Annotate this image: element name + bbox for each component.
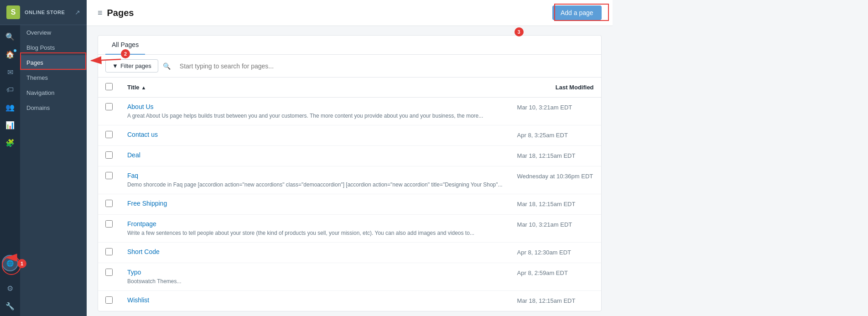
row-checkbox-cell xyxy=(98,194,120,215)
row-checkbox[interactable] xyxy=(105,269,113,276)
content-area: All Pages ▼ Filter pages 🔍 xyxy=(87,26,613,316)
table-header-row: Title ▲ Last Modified xyxy=(98,78,601,98)
sidebar-icon-home[interactable]: 🏠 xyxy=(0,47,20,62)
last-modified-date: Apr 8, 2:59am EDT xyxy=(517,269,568,276)
row-date-cell: Mar 10, 3:21am EDT xyxy=(510,98,601,125)
page-title-link[interactable]: Frontpage xyxy=(127,220,503,228)
sidebar-item-pages[interactable]: Pages xyxy=(20,55,87,70)
sidebar-header: S ONLINE STORE ↗ xyxy=(0,0,87,25)
filter-icon: ▼ xyxy=(112,62,118,69)
filter-search-row: ▼ Filter pages 🔍 xyxy=(98,55,601,78)
sidebar-item-overview[interactable]: Overview xyxy=(20,25,87,40)
row-checkbox[interactable] xyxy=(105,103,113,110)
search-icon: 🔍 xyxy=(163,62,171,70)
last-modified-date: Mar 10, 3:21am EDT xyxy=(517,104,572,111)
sidebar-item-blog-posts[interactable]: Blog Posts xyxy=(20,40,87,55)
row-checkbox[interactable] xyxy=(105,151,113,159)
sidebar-icon-settings[interactable]: ⚙ xyxy=(0,280,20,296)
sidebar-icon-chart[interactable]: 📊 xyxy=(0,117,20,133)
page-title-link[interactable]: Free Shipping xyxy=(127,200,503,207)
row-date-cell: Mar 18, 12:15am EDT xyxy=(510,194,601,215)
th-last-modified[interactable]: Last Modified xyxy=(510,78,601,98)
pages-table: Title ▲ Last Modified About Us A great A… xyxy=(98,78,601,311)
add-page-button[interactable]: Add a page xyxy=(552,5,602,20)
row-checkbox[interactable] xyxy=(105,248,113,255)
sidebar-icon-mail[interactable]: ✉ xyxy=(0,64,20,80)
page-title-link[interactable]: Typo xyxy=(127,269,503,276)
row-date-cell: Mar 18, 12:15am EDT xyxy=(510,146,601,166)
table-row: Contact us Apr 8, 3:25am EDT xyxy=(98,125,601,146)
row-date-cell: Apr 8, 3:25am EDT xyxy=(510,125,601,146)
row-checkbox[interactable] xyxy=(105,296,113,304)
table-row: Deal Mar 18, 12:15am EDT xyxy=(98,146,601,166)
row-checkbox-cell xyxy=(98,166,120,194)
page-title-link[interactable]: Wishlist xyxy=(127,296,503,304)
page-description: Demo shorcode in Faq page [accordion act… xyxy=(127,181,503,188)
page-title-link[interactable]: Short Code xyxy=(127,248,503,255)
sidebar-item-themes[interactable]: Themes xyxy=(20,70,87,85)
page-title-link[interactable]: Faq xyxy=(127,172,503,179)
row-title-cell: Frontpage Write a few sentences to tell … xyxy=(120,215,510,243)
last-modified-date: Wednesday at 10:36pm EDT xyxy=(517,173,593,180)
sidebar-icon-puzzle[interactable]: 🧩 xyxy=(0,135,20,151)
row-date-cell: Wednesday at 10:36pm EDT xyxy=(510,166,601,194)
row-title-cell: About Us A great About Us page helps bui… xyxy=(120,98,510,125)
last-modified-date: Apr 8, 12:30am EDT xyxy=(517,249,572,256)
row-checkbox-cell xyxy=(98,291,120,311)
page-description: A great About Us page helps builds trust… xyxy=(127,113,483,119)
row-title-cell: Free Shipping xyxy=(120,194,510,215)
sidebar-icon-search[interactable]: 🔍 xyxy=(0,29,20,45)
table-row: Frontpage Write a few sentences to tell … xyxy=(98,215,601,243)
sidebar: S ONLINE STORE ↗ 🔍 🏠 ✉ 🏷 xyxy=(0,0,87,316)
annotation-badge-3: 3 xyxy=(515,27,524,36)
row-date-cell: Mar 10, 3:21am EDT xyxy=(510,215,601,243)
th-title[interactable]: Title ▲ xyxy=(120,78,510,98)
sidebar-circle-button[interactable]: 🌐 xyxy=(2,255,18,271)
row-date-cell: Mar 18, 12:15am EDT xyxy=(510,291,601,311)
row-title-cell: Contact us xyxy=(120,125,510,146)
pages-icon: ≡ xyxy=(98,8,103,18)
table-row: About Us A great About Us page helps bui… xyxy=(98,98,601,125)
page-title-link[interactable]: About Us xyxy=(127,103,503,110)
sidebar-item-navigation[interactable]: Navigation xyxy=(20,85,87,100)
annotation-badge-2: 2 xyxy=(121,49,130,58)
pages-card: All Pages ▼ Filter pages 🔍 xyxy=(98,35,602,311)
table-row: Wishlist Mar 18, 12:15am EDT xyxy=(98,291,601,311)
row-checkbox[interactable] xyxy=(105,172,113,179)
row-checkbox-cell xyxy=(98,146,120,166)
row-checkbox[interactable] xyxy=(105,200,113,207)
page-title: Pages xyxy=(107,8,134,18)
page-description: Bootswatch Themes... xyxy=(127,278,182,285)
row-title-cell: Typo Bootswatch Themes... xyxy=(120,263,510,291)
external-link-icon[interactable]: ↗ xyxy=(75,9,80,16)
page-title-area: ≡ Pages xyxy=(98,8,134,18)
row-checkbox-cell xyxy=(98,215,120,243)
table-row: Typo Bootswatch Themes... Apr 8, 2:59am … xyxy=(98,263,601,291)
select-all-checkbox[interactable] xyxy=(105,83,113,90)
row-date-cell: Apr 8, 2:59am EDT xyxy=(510,263,601,291)
last-modified-date: Mar 18, 12:15am EDT xyxy=(517,297,576,304)
page-title-link[interactable]: Contact us xyxy=(127,131,503,138)
row-checkbox[interactable] xyxy=(105,220,113,228)
row-title-cell: Deal xyxy=(120,146,510,166)
row-title-cell: Short Code xyxy=(120,243,510,263)
tabs-row: All Pages xyxy=(98,36,601,55)
page-title-link[interactable]: Deal xyxy=(127,151,503,159)
th-select xyxy=(98,78,120,98)
row-date-cell: Apr 8, 12:30am EDT xyxy=(510,243,601,263)
page-description: Write a few sentences to tell people abo… xyxy=(127,230,474,236)
row-title-cell: Faq Demo shorcode in Faq page [accordion… xyxy=(120,166,510,194)
table-row: Faq Demo shorcode in Faq page [accordion… xyxy=(98,166,601,194)
row-checkbox-cell xyxy=(98,263,120,291)
sidebar-icon-people[interactable]: 👥 xyxy=(0,99,20,115)
sidebar-item-domains[interactable]: Domains xyxy=(20,100,87,115)
row-title-cell: Wishlist xyxy=(120,291,510,311)
filter-button[interactable]: ▼ Filter pages xyxy=(105,59,158,73)
sidebar-icon-gear[interactable]: 🔧 xyxy=(0,298,20,314)
main-area: ≡ Pages Add a page All Pages ▼ Filter pa… xyxy=(87,0,613,316)
search-input[interactable] xyxy=(175,60,594,73)
row-checkbox[interactable] xyxy=(105,131,113,138)
sidebar-icon-tag[interactable]: 🏷 xyxy=(0,82,20,98)
shopify-logo: S xyxy=(6,5,20,19)
row-checkbox-cell xyxy=(98,98,120,125)
